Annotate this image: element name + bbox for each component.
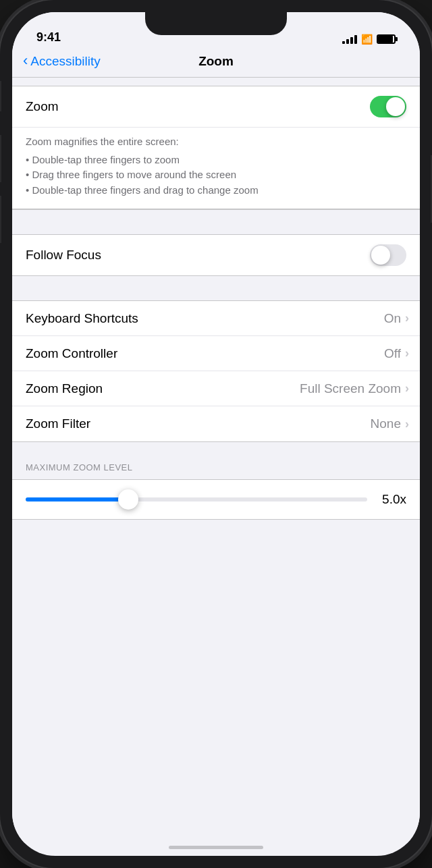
description-text: Zoom magnifies the entire screen: • Doub…: [26, 134, 406, 198]
bottom-spacer: [12, 520, 420, 560]
battery-icon: [377, 34, 396, 44]
slider-thumb[interactable]: [118, 489, 138, 510]
chevron-right-icon-1: ›: [405, 311, 409, 325]
options-section: Keyboard Shortcuts On › Zoom Controller …: [12, 300, 420, 442]
top-spacer: [12, 78, 420, 86]
zoom-toggle[interactable]: [370, 96, 406, 117]
spacer-1: [12, 210, 420, 234]
silent-switch[interactable]: [0, 81, 1, 111]
zoom-filter-value: None: [371, 416, 401, 431]
zoom-controller-row[interactable]: Zoom Controller Off ›: [12, 336, 420, 371]
spacer-2: [12, 276, 420, 300]
keyboard-shortcuts-value-container: On ›: [384, 311, 409, 326]
bullet-3: • Double-tap three fingers and drag to c…: [26, 184, 259, 196]
bullet-2: • Drag three fingers to move around the …: [26, 169, 236, 180]
zoom-description: Zoom magnifies the entire screen: • Doub…: [12, 128, 420, 209]
chevron-left-icon: ‹: [23, 53, 28, 68]
max-zoom-section: MAXIMUM ZOOM LEVEL 5.0x: [12, 449, 420, 520]
battery-fill: [378, 36, 393, 43]
zoom-controller-label: Zoom Controller: [26, 346, 117, 361]
signal-bars-icon: [342, 34, 357, 44]
zoom-region-value-container: Full Screen Zoom ›: [300, 381, 409, 396]
spacer-3: [12, 442, 420, 449]
keyboard-shortcuts-label: Keyboard Shortcuts: [26, 311, 138, 326]
volume-down-button[interactable]: [0, 196, 1, 243]
keyboard-shortcuts-row[interactable]: Keyboard Shortcuts On ›: [12, 301, 420, 336]
keyboard-shortcuts-value: On: [384, 311, 401, 326]
zoom-filter-value-container: None ›: [371, 416, 409, 431]
follow-focus-section: Follow Focus: [12, 234, 420, 276]
zoom-filter-label: Zoom Filter: [26, 416, 90, 431]
max-zoom-label: MAXIMUM ZOOM LEVEL: [12, 449, 420, 479]
signal-bar-3: [350, 37, 353, 44]
zoom-toggle-row: Zoom: [12, 86, 420, 128]
follow-focus-row: Follow Focus: [12, 235, 420, 275]
zoom-toggle-section: Zoom Zoom magnifies the entire screen: •…: [12, 86, 420, 210]
phone-screen: 9:41 📶 ‹ Accessibility Zoom: [12, 12, 420, 856]
back-button[interactable]: ‹ Accessibility: [23, 54, 101, 69]
chevron-right-icon-4: ›: [405, 417, 409, 431]
follow-focus-toggle[interactable]: [370, 244, 406, 266]
status-icons: 📶: [342, 34, 396, 45]
bullet-1: • Double-tap three fingers to zoom: [26, 154, 180, 165]
slider-track: [26, 497, 367, 501]
slider-track-container: [26, 497, 367, 501]
chevron-right-icon-3: ›: [405, 381, 409, 396]
nav-bar: ‹ Accessibility Zoom: [12, 49, 420, 78]
page-title: Zoom: [198, 54, 234, 69]
description-title: Zoom magnifies the entire screen:: [26, 134, 406, 150]
signal-bar-4: [354, 35, 357, 44]
content-area: Zoom Zoom magnifies the entire screen: •…: [12, 78, 420, 843]
slider-fill: [26, 497, 128, 501]
follow-focus-toggle-knob: [371, 246, 390, 265]
zoom-controller-value-container: Off ›: [384, 346, 409, 361]
home-indicator[interactable]: [169, 846, 263, 849]
volume-up-button[interactable]: [0, 135, 1, 182]
zoom-controller-value: Off: [384, 346, 401, 361]
phone-frame: 9:41 📶 ‹ Accessibility Zoom: [0, 0, 432, 868]
notch: [145, 12, 287, 35]
status-time: 9:41: [36, 30, 61, 45]
chevron-right-icon-2: ›: [405, 346, 409, 360]
zoom-label: Zoom: [26, 99, 59, 114]
signal-bar-1: [342, 41, 345, 44]
zoom-region-row[interactable]: Zoom Region Full Screen Zoom ›: [12, 371, 420, 406]
back-label: Accessibility: [30, 54, 100, 69]
follow-focus-label: Follow Focus: [26, 248, 101, 263]
wifi-icon: 📶: [361, 34, 373, 45]
zoom-region-label: Zoom Region: [26, 381, 103, 396]
slider-value: 5.0x: [377, 492, 406, 507]
toggle-knob: [386, 97, 405, 116]
zoom-filter-row[interactable]: Zoom Filter None ›: [12, 406, 420, 441]
signal-bar-2: [346, 39, 349, 44]
slider-card: 5.0x: [12, 479, 420, 520]
zoom-region-value: Full Screen Zoom: [300, 381, 401, 396]
